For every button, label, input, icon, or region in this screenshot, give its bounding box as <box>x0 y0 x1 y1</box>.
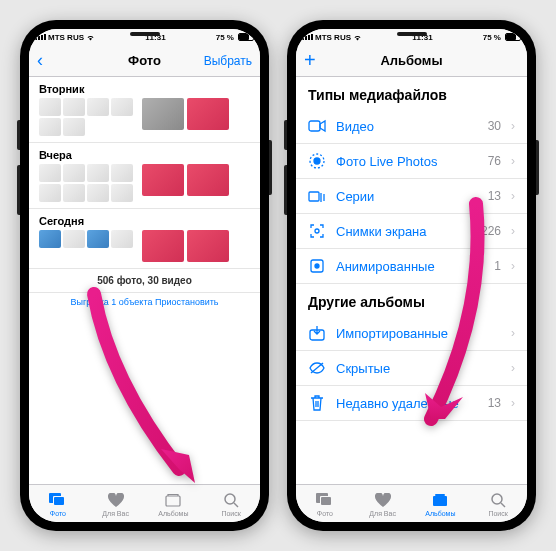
svg-rect-16 <box>433 496 447 506</box>
phone-right: MTS RUS 11:31 75 % + Альбомы Типы медиаф… <box>287 20 536 531</box>
thumbnail[interactable] <box>142 98 184 130</box>
chevron-right-icon: › <box>511 154 515 168</box>
photos-icon <box>49 491 67 509</box>
chevron-right-icon: › <box>511 361 515 375</box>
animated-icon <box>308 257 326 275</box>
row-recently-deleted[interactable]: Недавно удаленные 13 › <box>296 386 527 421</box>
battery-pct: 75 % <box>483 33 501 42</box>
section-header: Вчера <box>29 143 260 164</box>
carrier: MTS RUS <box>315 33 351 42</box>
battery-icon <box>238 33 254 41</box>
chevron-right-icon: › <box>511 326 515 340</box>
signal-icon <box>35 34 46 40</box>
svg-rect-2 <box>54 497 64 505</box>
nav-title: Альбомы <box>380 53 442 68</box>
albums-icon <box>431 491 449 509</box>
albums-content[interactable]: Типы медиафайлов Видео 30 › Фото Live Ph… <box>296 77 527 484</box>
chevron-right-icon: › <box>511 259 515 273</box>
tab-bar: Фото Для Вас Альбомы Поиск <box>29 484 260 522</box>
phone-left: MTS RUS 11:31 75 % ‹ Фото Выбрать Вторни… <box>20 20 269 531</box>
nav-bar: ‹ Фото Выбрать <box>29 45 260 77</box>
video-icon <box>308 117 326 135</box>
carrier: MTS RUS <box>48 33 84 42</box>
chevron-right-icon: › <box>511 189 515 203</box>
nav-bar: + Альбомы <box>296 45 527 77</box>
row-live[interactable]: Фото Live Photos 76 › <box>296 144 527 179</box>
svg-rect-3 <box>166 496 180 506</box>
section-title: Другие альбомы <box>296 284 527 316</box>
tab-foryou[interactable]: Для Вас <box>87 485 145 522</box>
svg-point-4 <box>225 494 235 504</box>
chevron-right-icon: › <box>511 396 515 410</box>
tab-search[interactable]: Поиск <box>469 485 527 522</box>
tab-photos[interactable]: Фото <box>29 485 87 522</box>
chevron-right-icon: › <box>511 224 515 238</box>
section-header: Вторник <box>29 77 260 98</box>
thumbnail[interactable] <box>142 230 184 262</box>
heart-icon <box>107 491 125 509</box>
section-header: Сегодня <box>29 209 260 230</box>
wifi-icon <box>86 33 95 42</box>
battery-pct: 75 % <box>216 33 234 42</box>
photos-content[interactable]: Вторник Вчера Сегодня 506 фото, 30 видео… <box>29 77 260 484</box>
hidden-icon <box>308 359 326 377</box>
svg-point-11 <box>315 264 319 268</box>
tab-photos[interactable]: Фото <box>296 485 354 522</box>
photos-icon <box>316 491 334 509</box>
back-button[interactable]: ‹ <box>37 50 43 70</box>
tab-foryou[interactable]: Для Вас <box>354 485 412 522</box>
thumbnail[interactable] <box>187 164 229 196</box>
wifi-icon <box>353 33 362 42</box>
svg-rect-8 <box>309 192 319 201</box>
search-icon <box>489 491 507 509</box>
thumbnail[interactable] <box>187 230 229 262</box>
screenshot-icon <box>308 222 326 240</box>
svg-rect-5 <box>309 121 320 131</box>
row-hidden[interactable]: Скрытые › <box>296 351 527 386</box>
select-button[interactable]: Выбрать <box>202 54 252 68</box>
svg-rect-17 <box>435 494 445 496</box>
heart-icon <box>374 491 392 509</box>
import-icon <box>308 324 326 342</box>
chevron-right-icon: › <box>511 119 515 133</box>
thumbnail[interactable] <box>187 98 229 130</box>
row-video[interactable]: Видео 30 › <box>296 109 527 144</box>
row-screenshots[interactable]: Снимки экрана 226 › <box>296 214 527 249</box>
row-imported[interactable]: Импортированные › <box>296 316 527 351</box>
svg-point-6 <box>314 158 320 164</box>
signal-icon <box>302 34 313 40</box>
section-title: Типы медиафайлов <box>296 77 527 109</box>
upload-status: Выгрузка 1 объекта Приостановить <box>29 292 260 311</box>
add-button[interactable]: + <box>304 49 316 71</box>
thumbnail[interactable] <box>142 164 184 196</box>
bursts-icon <box>308 187 326 205</box>
search-icon <box>222 491 240 509</box>
albums-icon <box>164 491 182 509</box>
tab-search[interactable]: Поиск <box>202 485 260 522</box>
nav-title: Фото <box>128 53 161 68</box>
svg-rect-15 <box>321 497 331 505</box>
live-photos-icon <box>308 152 326 170</box>
tab-bar: Фото Для Вас Альбомы Поиск <box>296 484 527 522</box>
row-animated[interactable]: Анимированные 1 › <box>296 249 527 284</box>
tab-albums[interactable]: Альбомы <box>145 485 203 522</box>
row-bursts[interactable]: Серии 13 › <box>296 179 527 214</box>
photo-count: 506 фото, 30 видео <box>29 269 260 292</box>
pause-upload[interactable]: Приостановить <box>155 297 219 307</box>
svg-point-9 <box>315 229 319 233</box>
svg-point-18 <box>492 494 502 504</box>
tab-albums[interactable]: Альбомы <box>412 485 470 522</box>
battery-icon <box>505 33 521 41</box>
trash-icon <box>308 394 326 412</box>
